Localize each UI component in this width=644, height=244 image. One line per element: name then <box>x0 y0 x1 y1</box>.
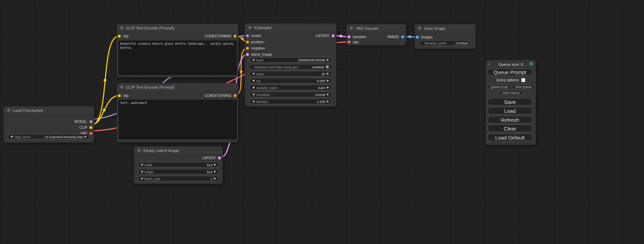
increment-icon[interactable]: ▶ <box>327 79 329 82</box>
node-title-bar[interactable]: CLIP Text Encode (Prompt) <box>117 83 238 91</box>
output-slot-image[interactable]: IMAGE <box>387 34 404 39</box>
increment-icon[interactable]: ▶ <box>327 58 329 61</box>
queue-front-button[interactable]: Queue Front <box>487 84 511 89</box>
batch-size-widget[interactable]: ◀ batch_size 1 ▶ <box>138 176 219 181</box>
prompt-text-area[interactable]: beautiful scenery nature glass bottle la… <box>118 40 237 75</box>
input-slot-negative[interactable]: negative <box>246 46 265 51</box>
view-queue-button[interactable]: View Queue <box>512 84 534 89</box>
increment-icon[interactable]: ▶ <box>327 72 329 75</box>
steps-widget[interactable]: ◀ steps 20 ▶ <box>249 71 332 76</box>
cfg-widget[interactable]: ◀ cfg 8.000 ▶ <box>249 78 332 83</box>
node-title-bar[interactable]: CLIP Text Encode (Prompt) <box>117 24 238 32</box>
node-clip-text-encode-negative[interactable]: CLIP Text Encode (Prompt) clip CONDITION… <box>117 83 238 142</box>
refresh-button[interactable]: Refresh <box>487 116 532 124</box>
output-slot-conditioning[interactable]: CONDITIONING <box>204 34 237 38</box>
output-slot-clip[interactable]: CLIP <box>79 125 92 130</box>
sampler-name-widget[interactable]: ◀ sampler_name euler ▶ <box>249 85 332 90</box>
input-slot-vae[interactable]: vae <box>347 39 359 44</box>
node-title-bar[interactable]: KSampler <box>245 24 336 32</box>
collapse-dot-icon[interactable] <box>7 109 10 112</box>
samples-input-port[interactable] <box>347 35 351 38</box>
model-input-port[interactable] <box>246 34 249 37</box>
model-output-port[interactable] <box>89 120 92 123</box>
settings-gear-icon[interactable]: ⚙ <box>529 61 533 66</box>
clip-input-port[interactable] <box>118 94 121 97</box>
input-slot-model[interactable]: model <box>246 33 261 38</box>
images-input-port[interactable] <box>416 36 419 39</box>
collapse-dot-icon[interactable] <box>350 27 353 30</box>
latent-output-port[interactable] <box>332 34 335 37</box>
scheduler-widget[interactable]: ◀ scheduler normal ▶ <box>249 92 332 97</box>
node-title-bar[interactable]: Empty Latent Image <box>134 146 223 155</box>
vae-output-port[interactable] <box>89 132 92 135</box>
image-output-port[interactable] <box>401 35 404 38</box>
latent-output-port[interactable] <box>218 156 221 160</box>
decrement-icon[interactable]: ◀ <box>252 72 254 75</box>
input-slot-clip[interactable]: clip <box>118 93 129 98</box>
seed-widget[interactable]: ◀ seed 156680208700286 ▶ <box>249 57 332 63</box>
increment-icon[interactable]: ▶ <box>214 163 216 166</box>
view-history-button[interactable]: View History <box>499 90 523 95</box>
decrement-icon[interactable]: ◀ <box>252 58 254 61</box>
output-slot-model[interactable]: MODEL <box>74 119 92 124</box>
load-default-button[interactable]: Load Default <box>487 134 532 141</box>
input-slot-latent-image[interactable]: latent_image <box>246 52 272 57</box>
node-vae-decode[interactable]: VAE Decode samples vae IMAGE <box>346 24 406 45</box>
collapse-dot-icon[interactable] <box>138 149 141 152</box>
collapse-dot-icon[interactable] <box>418 27 421 30</box>
positive-input-port[interactable] <box>246 40 249 44</box>
node-title-bar[interactable]: Load Checkpoint <box>3 106 94 115</box>
latent-image-input-port[interactable] <box>246 53 249 56</box>
decrement-icon[interactable]: ◀ <box>10 135 12 138</box>
output-slot-latent[interactable]: LATENT <box>202 155 221 160</box>
node-graph-canvas[interactable]: Load Checkpoint MODEL CLIP VAE ◀ ckpt_na… <box>0 0 644 244</box>
decrement-icon[interactable]: ◀ <box>252 93 254 96</box>
height-widget[interactable]: ◀ height 512 ▶ <box>138 169 219 174</box>
increment-icon[interactable]: ▶ <box>327 86 329 89</box>
decrement-icon[interactable]: ◀ <box>141 170 143 173</box>
negative-input-port[interactable] <box>246 47 249 50</box>
save-button[interactable]: Save <box>487 98 532 106</box>
increment-icon[interactable]: ▶ <box>327 93 329 96</box>
prompt-text-area[interactable]: text, watermark <box>118 100 237 139</box>
toggle-knob-icon[interactable] <box>326 65 329 69</box>
node-load-checkpoint[interactable]: Load Checkpoint MODEL CLIP VAE ◀ ckpt_na… <box>3 106 94 143</box>
denoise-widget[interactable]: ◀ denoise 1.000 ▶ <box>249 99 332 104</box>
output-slot-conditioning[interactable]: CONDITIONING <box>204 93 237 98</box>
node-save-image[interactable]: Save Image images filename_prefix ComfyU… <box>415 24 476 49</box>
clear-button[interactable]: Clear <box>487 125 532 132</box>
decrement-icon[interactable]: ◀ <box>252 79 254 82</box>
input-slot-images[interactable]: images <box>416 35 433 39</box>
node-empty-latent-image[interactable]: Empty Latent Image LATENT ◀ width 512 ▶ … <box>134 146 223 184</box>
node-title-bar[interactable]: VAE Decode <box>346 24 406 33</box>
collapse-dot-icon[interactable] <box>120 26 123 29</box>
increment-icon[interactable]: ▶ <box>327 100 329 103</box>
vae-input-port[interactable] <box>347 40 351 44</box>
decrement-icon[interactable]: ◀ <box>141 177 143 180</box>
load-button[interactable]: Load <box>487 107 532 115</box>
queue-prompt-button[interactable]: Queue Prompt <box>487 69 532 76</box>
node-ksampler[interactable]: KSampler model positive negative latent_… <box>245 24 336 107</box>
random-seed-toggle-widget[interactable]: Random seed after every gen enabled <box>249 64 332 70</box>
input-slot-clip[interactable]: clip <box>118 34 129 38</box>
filename-prefix-widget[interactable]: filename_prefix ComfyUI <box>419 40 471 46</box>
decrement-icon[interactable]: ◀ <box>252 86 254 89</box>
collapse-dot-icon[interactable] <box>120 85 123 89</box>
collapse-dot-icon[interactable] <box>248 26 252 29</box>
decrement-icon[interactable]: ◀ <box>252 100 254 103</box>
extra-options-checkbox[interactable] <box>521 78 525 82</box>
clip-input-port[interactable] <box>118 35 121 38</box>
increment-icon[interactable]: ▶ <box>214 170 216 173</box>
node-title-bar[interactable]: Save Image <box>415 24 476 33</box>
output-slot-latent[interactable]: LATENT <box>316 33 335 38</box>
node-clip-text-encode-positive[interactable]: CLIP Text Encode (Prompt) clip CONDITION… <box>117 24 238 77</box>
width-widget[interactable]: ◀ width 512 ▶ <box>138 162 219 168</box>
decrement-icon[interactable]: ◀ <box>141 163 143 166</box>
increment-icon[interactable]: ▶ <box>214 177 216 180</box>
conditioning-output-port[interactable] <box>233 35 237 38</box>
input-slot-positive[interactable]: positive <box>246 39 264 44</box>
input-slot-samples[interactable]: samples <box>347 34 366 39</box>
increment-icon[interactable]: ▶ <box>85 135 87 138</box>
clip-output-port[interactable] <box>89 126 92 129</box>
conditioning-output-port[interactable] <box>233 94 237 97</box>
